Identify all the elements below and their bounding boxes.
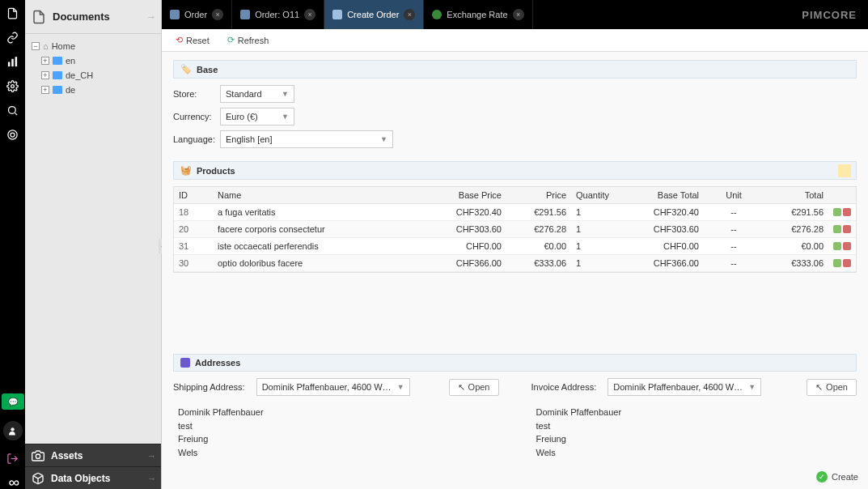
table-row[interactable]: 30optio doloribus facereCHF366.00€333.06… (174, 255, 856, 272)
col-baseprice[interactable]: Base Price (426, 187, 506, 203)
table-row[interactable]: 18a fuga veritatisCHF320.40€291.561CHF32… (174, 204, 856, 221)
tab-order-o11[interactable]: Order: O11× (232, 0, 324, 29)
svg-rect-1 (11, 58, 14, 66)
collapse-icon[interactable]: → (146, 11, 156, 23)
tree-label: de (66, 85, 75, 95)
notifications-badge[interactable]: 💬 (2, 393, 24, 410)
open-shipping-button[interactable]: ↖Open (449, 379, 499, 396)
main-area: Order× Order: O11× Create Order× Exchang… (162, 0, 868, 489)
close-icon[interactable]: × (304, 9, 315, 20)
doc-icon (170, 10, 180, 19)
add-product-button[interactable] (838, 164, 851, 177)
button-label: Refresh (238, 36, 269, 45)
documents-title: Documents (53, 11, 110, 23)
camera-icon (32, 449, 44, 462)
tree-node[interactable]: +de_CH (25, 68, 161, 83)
tree-label: en (66, 56, 75, 66)
col-name[interactable]: Name (213, 187, 426, 203)
delete-icon[interactable] (843, 225, 851, 233)
tab-exchange-rate[interactable]: Exchange Rate× (424, 0, 532, 29)
store-select[interactable]: Standard▼ (220, 85, 294, 103)
col-basetotal[interactable]: Base Total (623, 187, 704, 203)
edit-icon[interactable] (833, 225, 841, 233)
delete-icon[interactable] (843, 259, 851, 267)
select-value: Standard (226, 89, 262, 99)
section-title: Base (197, 65, 218, 74)
expand-toggle[interactable]: + (41, 71, 49, 79)
search-icon[interactable] (6, 104, 19, 117)
folder-icon (53, 57, 62, 65)
open-invoice-button[interactable]: ↖Open (807, 379, 857, 396)
chevron-down-icon: ▼ (748, 383, 756, 391)
documents-header[interactable]: Documents → (25, 0, 161, 34)
edit-icon[interactable] (833, 259, 841, 267)
close-icon[interactable]: × (513, 9, 524, 20)
language-select[interactable]: English [en]▼ (220, 130, 393, 148)
tab-bar: Order× Order: O11× Create Order× Exchang… (162, 0, 868, 29)
refresh-button[interactable]: ⟳Refresh (220, 32, 277, 48)
col-quantity[interactable]: Quantity (571, 187, 623, 203)
doc-icon (332, 10, 342, 19)
shipping-label: Shipping Address: (173, 382, 245, 392)
check-icon: ✓ (816, 471, 828, 483)
col-unit[interactable]: Unit (704, 187, 764, 203)
refresh-icon: ⟳ (227, 35, 235, 45)
section-label: Assets (51, 450, 83, 461)
link-icon[interactable] (6, 31, 19, 44)
col-price[interactable]: Price (506, 187, 571, 203)
products-grid: ID Name Base Price Price Quantity Base T… (173, 186, 857, 273)
left-rail: 💬 (0, 0, 25, 489)
shipping-address-select[interactable]: Dominik Pfaffenbauer, 4600 Wels, Freiung… (256, 378, 410, 396)
shipping-address-block: Dominik PfaffenbauertestFreiungWels (178, 406, 499, 459)
chevron-down-icon: ▼ (380, 135, 387, 143)
reset-icon: ⟲ (176, 35, 183, 45)
tab-create-order[interactable]: Create Order× (324, 0, 424, 29)
create-button[interactable]: ✓Create (816, 471, 858, 483)
collapse-toggle[interactable]: − (32, 42, 40, 50)
tab-label: Exchange Rate (447, 10, 507, 19)
infinity-icon[interactable] (6, 476, 19, 489)
tab-label: Order (184, 10, 207, 19)
gear-icon[interactable] (6, 79, 19, 92)
tree-root[interactable]: −⌂Home (25, 39, 161, 53)
base-icon: 🏷️ (180, 64, 192, 74)
user-icon[interactable] (3, 421, 23, 440)
col-total[interactable]: Total (764, 187, 828, 203)
invoice-address-select[interactable]: Dominik Pfaffenbauer, 4600 Wels, Freiung… (608, 378, 761, 396)
button-label: Open (468, 382, 490, 392)
target-icon[interactable] (6, 128, 19, 141)
svg-point-3 (11, 84, 15, 87)
tree-label: de_CH (66, 70, 93, 80)
assets-section[interactable]: Assets→ (25, 444, 161, 466)
section-title: Addresses (195, 358, 240, 368)
currency-select[interactable]: Euro (€)▼ (220, 108, 294, 125)
tab-order[interactable]: Order× (162, 0, 232, 29)
select-value: Dominik Pfaffenbauer, 4600 Wels, Freiung… (262, 382, 392, 392)
close-icon[interactable]: × (404, 9, 415, 20)
edit-icon[interactable] (833, 208, 841, 216)
dataobjects-section[interactable]: Data Objects→ (25, 466, 161, 489)
logout-icon[interactable] (6, 452, 19, 465)
delete-icon[interactable] (843, 208, 851, 216)
expand-toggle[interactable]: + (41, 86, 49, 94)
delete-icon[interactable] (843, 242, 851, 250)
reset-button[interactable]: ⟲Reset (168, 32, 217, 48)
basket-icon: 🧺 (180, 165, 192, 176)
stats-icon[interactable] (6, 55, 19, 68)
edit-icon[interactable] (833, 242, 841, 250)
svg-point-10 (36, 454, 40, 458)
file-icon[interactable] (6, 6, 19, 19)
section-title: Products (197, 166, 235, 176)
expand-toggle[interactable]: + (41, 57, 49, 65)
tree-node[interactable]: +de (25, 83, 161, 97)
section-label: Data Objects (51, 473, 110, 484)
products-section-header: 🧺Products (173, 161, 857, 180)
rate-icon (432, 10, 442, 19)
tree-node[interactable]: +en (25, 53, 161, 68)
table-row[interactable]: 31iste occaecati perferendisCHF0.00€0.00… (174, 238, 856, 255)
close-icon[interactable]: × (212, 9, 223, 20)
cursor-icon: ↖ (815, 382, 823, 393)
svg-point-8 (11, 427, 14, 431)
col-id[interactable]: ID (174, 187, 213, 203)
table-row[interactable]: 20facere corporis consecteturCHF303.60€2… (174, 221, 856, 238)
